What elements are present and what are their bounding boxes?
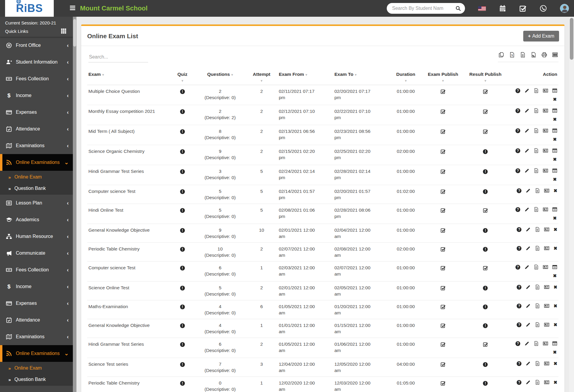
tasks-icon[interactable] [519,5,527,12]
help-icon[interactable]: ? [517,188,521,193]
question-detail-icon[interactable] [544,227,549,232]
edit-icon[interactable] [524,341,530,346]
question-detail-icon[interactable] [544,380,549,385]
question-detail-icon[interactable] [544,246,549,251]
result-icon[interactable] [552,207,557,212]
grid-icon[interactable] [61,28,66,34]
delete-icon[interactable]: ✖ [553,227,557,232]
help-icon[interactable]: ? [515,108,520,113]
help-icon[interactable]: ? [515,341,520,346]
student-search-box[interactable] [387,3,465,14]
column-header-exam-from[interactable]: Exam From▾ [277,69,333,85]
sidebar-item-attendance[interactable]: Attendance‹ [0,312,73,328]
edit-icon[interactable] [524,207,530,212]
page-scrollbar[interactable] [569,17,574,392]
help-icon[interactable]: ? [517,246,521,251]
sidebar-item-front-office[interactable]: Front Office‹ [0,37,73,54]
print-icon[interactable] [541,52,547,59]
exam-paper-icon[interactable] [535,303,540,308]
help-icon[interactable]: ? [517,304,521,308]
sidebar-item-online-examinations[interactable]: Online Examinations⌄ [0,154,73,171]
question-detail-icon[interactable] [543,207,548,212]
edit-icon[interactable] [524,128,530,133]
calendar-icon[interactable] [499,5,506,12]
page-scrollbar-thumb[interactable] [570,18,573,60]
sidebar-item-attendance[interactable]: Attendance‹ [0,121,73,137]
sidebar-item-academics[interactable]: Academics‹ [0,211,73,228]
edit-icon[interactable] [524,88,530,93]
delete-icon[interactable]: ✖ [553,157,557,162]
exam-paper-icon[interactable] [535,322,540,327]
exam-paper-icon[interactable] [534,108,539,113]
sidebar-scrollbar[interactable] [73,17,76,392]
result-icon[interactable] [552,108,557,113]
student-search-input[interactable] [392,6,455,11]
exam-paper-icon[interactable] [535,227,540,232]
sidebar-item-lesson-plan[interactable]: Lesson Plan‹ [0,195,73,211]
sidebar-subitem-online-exam[interactable]: »Online Exam [0,171,73,183]
question-detail-icon[interactable] [543,341,548,346]
delete-icon[interactable]: ✖ [553,137,557,142]
delete-icon[interactable]: ✖ [553,285,557,290]
result-icon[interactable] [552,128,557,133]
sidebar-subitem-question-bank[interactable]: »Question Bank [0,374,73,385]
sidebar-item-income[interactable]: Income‹ [0,87,73,104]
column-header-attempt[interactable]: Attempt▾ [245,69,277,85]
exam-paper-icon[interactable] [535,361,540,366]
delete-icon[interactable]: ✖ [553,188,557,193]
question-detail-icon[interactable] [543,128,548,133]
edit-icon[interactable] [526,322,531,327]
column-header-duration[interactable]: Duration▾ [389,69,423,85]
delete-icon[interactable]: ✖ [553,303,557,308]
help-icon[interactable]: ? [517,380,521,385]
exam-paper-icon[interactable] [534,168,539,173]
exam-paper-icon[interactable] [535,246,540,251]
search-icon[interactable] [455,6,461,11]
help-icon[interactable]: ? [517,322,521,327]
help-icon[interactable]: ? [517,227,521,232]
question-detail-icon[interactable] [543,88,548,93]
excel-icon[interactable] [509,52,515,59]
column-header-exam-to[interactable]: Exam To▾ [333,69,389,85]
quick-links-label[interactable]: Quick Links [5,29,28,34]
result-icon[interactable] [552,168,557,173]
delete-icon[interactable]: ✖ [553,273,557,278]
exam-paper-icon[interactable] [534,128,539,133]
hamburger-menu-icon[interactable] [70,6,76,11]
sidebar-item-fees-collection[interactable]: Fees Collection‹ [0,262,73,278]
help-icon[interactable]: ? [515,148,520,153]
edit-icon[interactable] [526,303,531,308]
question-detail-icon[interactable] [543,148,548,153]
help-icon[interactable]: ? [517,361,521,366]
question-detail-icon[interactable] [544,285,549,290]
result-icon[interactable] [552,341,557,346]
delete-icon[interactable]: ✖ [553,216,557,221]
sidebar-item-fees-collection[interactable]: Fees Collection‹ [0,70,73,87]
columns-icon[interactable] [552,52,558,59]
result-icon[interactable] [552,265,557,270]
column-header-exam[interactable]: Exam▾ [87,69,170,85]
sidebar-item-examinations[interactable]: Examinations‹ [0,137,73,154]
exam-paper-icon[interactable] [535,380,540,385]
logo[interactable]: RiBS [5,0,54,17]
delete-icon[interactable]: ✖ [553,246,557,251]
exam-paper-icon[interactable] [534,207,539,212]
result-icon[interactable] [552,148,557,153]
sidebar-item-expenses[interactable]: Expenses‹ [0,104,73,121]
pdf-icon[interactable] [531,52,536,59]
help-icon[interactable]: ? [515,265,520,270]
question-detail-icon[interactable] [543,265,548,270]
delete-icon[interactable]: ✖ [553,380,557,385]
result-icon[interactable] [552,88,557,93]
edit-icon[interactable] [524,168,530,173]
help-icon[interactable]: ? [515,168,520,173]
user-avatar[interactable] [560,4,569,13]
help-icon[interactable]: ? [515,128,520,133]
sidebar-item-communicate[interactable]: Communicate‹ [0,245,73,262]
column-header-exam-publish[interactable]: Exam Publish▾ [423,69,464,85]
help-icon[interactable]: ? [515,207,520,212]
edit-icon[interactable] [524,108,530,113]
question-detail-icon[interactable] [544,322,549,327]
edit-icon[interactable] [524,148,530,153]
sidebar-item-online-examinations[interactable]: Online Examinations⌄ [0,345,73,362]
